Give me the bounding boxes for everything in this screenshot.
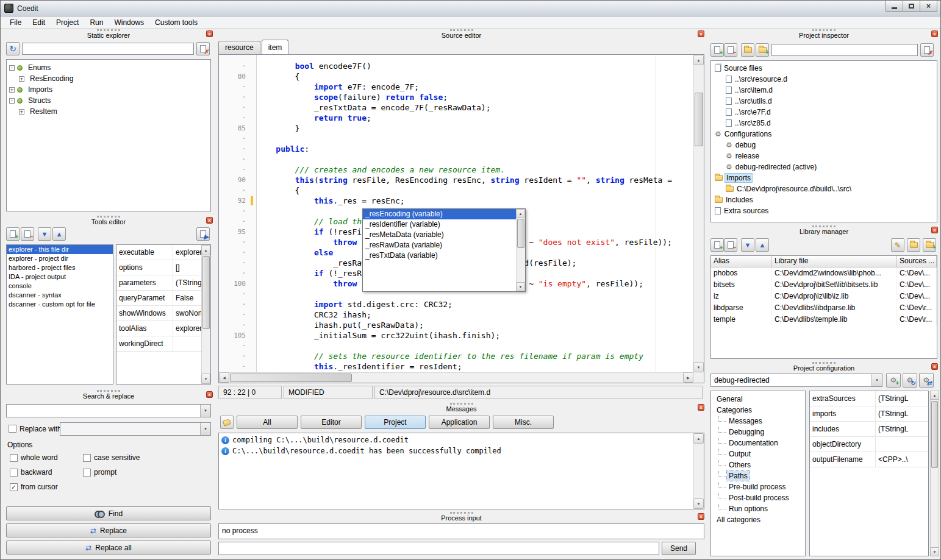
editor-vertical-scrollbar[interactable]: ▲ ▼ <box>693 55 704 372</box>
scroll-up-button[interactable]: ▲ <box>201 245 210 255</box>
menu-item-project[interactable]: Project <box>51 17 84 28</box>
property-value[interactable]: (TStringL <box>876 422 928 436</box>
configuration-scrollbar[interactable]: ▲ ▼ <box>930 391 939 556</box>
code-line[interactable]: 92 this._res = resEnc; <box>219 196 693 206</box>
expander-icon[interactable]: + <box>9 87 15 93</box>
completion-item[interactable]: _resRawData (variable) <box>363 240 516 250</box>
close-panel-icon[interactable]: x <box>931 30 938 37</box>
expander-icon[interactable]: + <box>19 109 24 115</box>
tree-item[interactable]: Includes <box>711 194 937 205</box>
menu-item-file[interactable]: File <box>4 17 27 28</box>
close-button[interactable]: × <box>920 1 937 12</box>
close-panel-icon[interactable]: x <box>206 391 213 398</box>
property-row[interactable]: imports(TStringL <box>810 406 928 422</box>
tree-item[interactable]: ..\src\utils.d <box>711 96 937 107</box>
category-item[interactable]: Pre-build process <box>711 481 805 492</box>
find-button[interactable]: Find <box>6 506 211 520</box>
combo-arrow-icon[interactable]: ▼ <box>200 405 210 417</box>
scroll-down-button[interactable]: ▼ <box>930 547 939 556</box>
clear-messages-button[interactable] <box>220 416 234 429</box>
property-row[interactable]: outputFilename<CPP>..\ <box>810 452 928 467</box>
messages-filter-editor[interactable]: Editor <box>301 416 362 429</box>
panel-header[interactable]: Messages x <box>216 402 706 414</box>
completion-item[interactable]: _resIdentifier (variable) <box>363 219 516 230</box>
scroll-down-button[interactable]: ▼ <box>201 374 210 384</box>
scroll-up-button[interactable]: ▲ <box>693 55 704 65</box>
execute-tool-button[interactable]: ▶ <box>196 227 210 241</box>
property-row[interactable]: includes(TStringL <box>810 422 928 437</box>
grid-scrollbar[interactable]: ▲ ▼ <box>201 245 210 384</box>
tree-item[interactable]: Extra sources <box>711 205 937 216</box>
symbol-filter-input[interactable] <box>22 43 194 55</box>
message-item[interactable]: icompiling C:\...\build\resource.d.coedi… <box>219 434 693 445</box>
scroll-down-button[interactable]: ▼ <box>693 498 704 509</box>
code-line[interactable]: 105 _initialSum = crc322uint(ihash.finis… <box>219 330 693 341</box>
code-editor[interactable]: · bool encodee7F()80 {· import e7F: enco… <box>218 54 704 383</box>
move-library-up-button[interactable]: ▲ <box>756 238 769 252</box>
tree-item[interactable]: ..\src\resource.d <box>711 74 937 85</box>
process-input-field[interactable] <box>218 542 659 555</box>
category-item[interactable]: Paths <box>711 470 805 481</box>
popup-scrollbar[interactable]: ▲ ▼ <box>516 209 525 291</box>
code-line[interactable]: · import std.digest.crc: CRC32; <box>219 299 693 310</box>
maximize-button[interactable] <box>903 1 920 12</box>
code-line[interactable]: · _resTxtData = encode_7F(_resRawData); <box>219 102 693 113</box>
editor-tab-resource[interactable]: resource <box>218 41 260 54</box>
menu-item-run[interactable]: Run <box>84 17 109 28</box>
table-row[interactable]: bitsetsC:\Dev\dproj\bitSet\lib\bitsets.l… <box>711 279 937 291</box>
category-item[interactable]: Output <box>711 448 805 459</box>
property-row[interactable]: executableexplorer <box>116 245 201 260</box>
tree-item[interactable]: Imports <box>711 172 937 183</box>
remove-library-button[interactable]: − <box>724 238 737 252</box>
tree-item[interactable]: ..\src\item.d <box>711 85 937 96</box>
drag-grip-icon[interactable] <box>97 390 120 392</box>
code-line[interactable]: 85 } <box>219 123 693 133</box>
category-item[interactable]: Others <box>711 459 805 470</box>
scroll-right-button[interactable]: ▶ <box>683 372 693 383</box>
code-line[interactable]: · <box>219 154 693 165</box>
minimize-button[interactable] <box>886 1 903 12</box>
code-line[interactable]: · import e7F: encode_7F; <box>219 82 693 92</box>
checkbox-icon[interactable] <box>83 454 91 462</box>
remove-source-button[interactable]: − <box>724 43 737 57</box>
configuration-select[interactable]: debug-redirected ▼ <box>710 374 882 387</box>
property-value[interactable]: (TStringL <box>876 406 928 421</box>
add-library-folder-button[interactable]: + <box>923 238 936 252</box>
move-tool-down-button[interactable]: ▼ <box>38 227 51 241</box>
code-line[interactable]: · bool encodee7F() <box>219 61 693 71</box>
completion-item[interactable]: _resMetaData (variable) <box>363 230 516 240</box>
property-row[interactable]: workingDirect <box>116 336 201 352</box>
panel-header[interactable]: Static explorer x <box>2 29 215 41</box>
checkbox-icon[interactable]: ✓ <box>10 483 18 491</box>
property-row[interactable]: options[] <box>116 260 201 275</box>
code-line[interactable]: · <box>219 341 693 351</box>
code-line[interactable]: · ihash.put(_resRawData); <box>219 320 693 330</box>
refresh-button[interactable]: ↻ <box>6 42 20 55</box>
tree-item[interactable]: C:\Dev\dproj\resource.d\build\..\src\ <box>711 183 937 194</box>
completion-item[interactable]: _resEncoding (variable) <box>363 209 516 219</box>
property-value[interactable]: [] <box>173 260 201 275</box>
search-option-from-cursor[interactable]: ✓from cursor <box>10 480 83 494</box>
panel-header[interactable]: Tools editor x <box>2 215 215 227</box>
table-row[interactable]: libdparseC:\Dev\dlibs\libdparse.libC:\De… <box>711 302 937 314</box>
close-panel-icon[interactable]: x <box>931 227 938 233</box>
property-row[interactable]: parameters(TStringL <box>116 275 201 291</box>
messages-filter-application[interactable]: Application <box>429 416 490 429</box>
replace-combobox[interactable]: ▼ <box>60 422 211 436</box>
tree-item[interactable]: +ResItem <box>7 106 210 117</box>
property-row[interactable]: extraSources(TStringL <box>810 391 928 406</box>
category-item[interactable]: Debugging <box>711 426 805 437</box>
tree-item[interactable]: ⚙release <box>711 151 937 161</box>
code-line[interactable]: · CRC32 ihash; <box>219 310 693 320</box>
editor-horizontal-scrollbar[interactable]: ◀ ▶ <box>219 372 693 383</box>
scroll-thumb[interactable] <box>931 401 938 468</box>
close-panel-icon[interactable]: x <box>931 363 938 370</box>
column-header[interactable]: Sources ... <box>897 256 937 268</box>
scroll-down-button[interactable]: ▼ <box>693 362 704 372</box>
code-line[interactable]: · { <box>219 185 693 196</box>
tree-item[interactable]: +Imports <box>7 84 210 95</box>
menu-item-custom-tools[interactable]: Custom tools <box>149 17 203 28</box>
tool-list-item[interactable]: harbored - project files <box>7 263 113 272</box>
menu-item-windows[interactable]: Windows <box>109 17 149 28</box>
tree-item[interactable]: ..\src\z85.d <box>711 118 937 129</box>
